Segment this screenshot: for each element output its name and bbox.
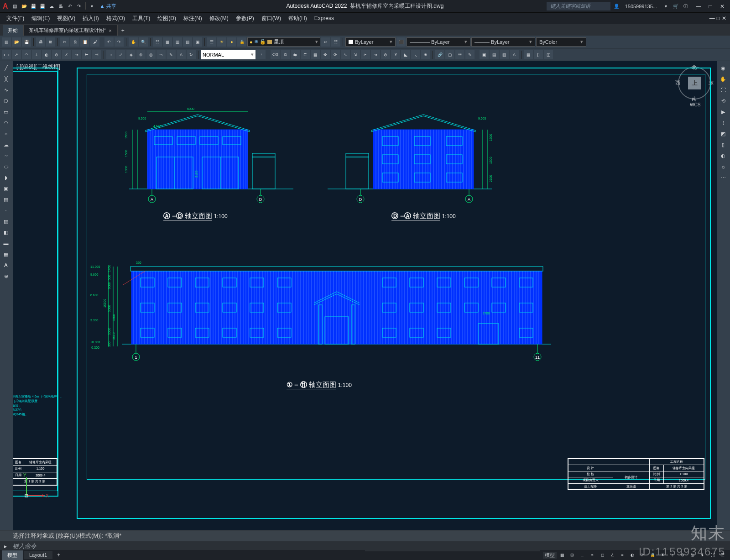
- command-line[interactable]: 选择注释对象或 [放弃(U)/模式(M)]: *取消* ▸ 键入命令: [0, 530, 730, 550]
- nav-ucs-icon[interactable]: ⊹: [718, 118, 728, 128]
- mod-trim-icon[interactable]: ✂: [361, 50, 370, 59]
- draw-point-icon[interactable]: ·: [1, 205, 11, 215]
- tool-save-icon[interactable]: 💾: [22, 37, 31, 47]
- dim-aligned-icon[interactable]: ↗: [12, 50, 21, 59]
- draw-insert-icon[interactable]: ▣: [1, 183, 11, 194]
- nav-zoomext-icon[interactable]: ⛶: [718, 85, 728, 95]
- mod-mirror-icon[interactable]: ⇋: [291, 50, 300, 59]
- menu-help[interactable]: 帮助(H): [286, 14, 310, 23]
- dim-diameter-icon[interactable]: ⊘: [52, 50, 61, 59]
- layer-on-icon[interactable]: ●: [227, 37, 236, 47]
- mod-rotate-icon[interactable]: ⟳: [331, 50, 340, 59]
- ucs-icon[interactable]: XY: [22, 473, 49, 502]
- tool-sheetset-icon[interactable]: ▦: [163, 37, 172, 47]
- status-transparency-icon[interactable]: ◐: [628, 551, 637, 559]
- qat-save-icon[interactable]: 💾: [29, 2, 37, 10]
- draw-region-icon[interactable]: ▬: [1, 238, 11, 248]
- dim-center-icon[interactable]: ⊕: [136, 50, 146, 59]
- maximize-button[interactable]: □: [705, 3, 715, 10]
- dim-jog-icon[interactable]: ⤙: [156, 50, 166, 59]
- color-dropdown[interactable]: ByLayer▾: [345, 37, 396, 47]
- menu-tools[interactable]: 工具(T): [130, 14, 153, 23]
- status-polar-icon[interactable]: ✶: [588, 551, 597, 559]
- plotstyle-dropdown[interactable]: ByColor▾: [536, 37, 586, 47]
- doc-restore-button[interactable]: □: [717, 15, 720, 21]
- menu-view[interactable]: 视图(V): [54, 14, 78, 23]
- tool-open-icon[interactable]: 📂: [12, 37, 21, 47]
- menu-draw[interactable]: 绘图(D): [155, 14, 179, 23]
- layer-freeze-icon[interactable]: ☀: [217, 37, 226, 47]
- draw-hatch-icon[interactable]: ▨: [1, 216, 11, 226]
- menu-edit[interactable]: 编辑(E): [29, 14, 52, 23]
- dim-quick-icon[interactable]: ⇥: [72, 50, 81, 59]
- draw-revcloud-icon[interactable]: ☁: [1, 140, 11, 150]
- menu-window[interactable]: 窗口(W): [259, 14, 284, 23]
- block-attdef-icon[interactable]: A: [510, 50, 519, 59]
- dim-update-icon[interactable]: ↻: [187, 50, 196, 59]
- dim-edit-icon[interactable]: ✎: [167, 50, 176, 59]
- tool-copy-icon[interactable]: ⎘: [70, 37, 79, 47]
- share-button[interactable]: ▲ 共享: [100, 3, 116, 10]
- draw-block-icon[interactable]: ▤: [1, 194, 11, 204]
- mod-offset-icon[interactable]: ⊏: [301, 50, 310, 59]
- mod-chamfer-icon[interactable]: ◣: [401, 50, 410, 59]
- status-ortho-icon[interactable]: ∟: [578, 551, 587, 559]
- draw-gradient-icon[interactable]: ◧: [1, 227, 11, 237]
- draw-polygon-icon[interactable]: ⬡: [1, 96, 11, 106]
- layer-states-icon[interactable]: ☷: [331, 37, 340, 47]
- qat-redo-icon[interactable]: ↷: [75, 2, 83, 10]
- field-icon[interactable]: {}: [534, 50, 543, 59]
- mod-copy-icon[interactable]: ⧉: [281, 50, 290, 59]
- draw-circle-icon[interactable]: ○: [1, 129, 11, 139]
- tool-plot-icon[interactable]: 🖶: [36, 37, 45, 47]
- dim-angular-icon[interactable]: ∠: [62, 50, 71, 59]
- qat-web-icon[interactable]: ☁: [47, 2, 56, 10]
- appstore-icon[interactable]: ▾: [662, 2, 670, 10]
- nav-visual-icon[interactable]: ◐: [718, 151, 728, 161]
- tool-dc-icon[interactable]: ▤: [183, 37, 192, 47]
- tab-add-button[interactable]: +: [118, 26, 128, 36]
- nav-render-icon[interactable]: ☼: [718, 162, 728, 172]
- mod-fillet-icon[interactable]: ◟: [411, 50, 420, 59]
- nav-wheel-icon[interactable]: ◉: [718, 63, 728, 73]
- status-otrack-icon[interactable]: ∠: [608, 551, 617, 559]
- tab-model[interactable]: 模型: [2, 550, 23, 560]
- draw-xline-icon[interactable]: ╳: [1, 74, 11, 84]
- nav-section-icon[interactable]: ▯: [718, 140, 728, 150]
- tool-toolpal-icon[interactable]: ▥: [173, 37, 182, 47]
- draw-mtext-icon[interactable]: A: [1, 260, 11, 270]
- mod-erase-icon[interactable]: ⌫: [271, 50, 280, 59]
- draw-ellipse-icon[interactable]: ⬭: [1, 162, 11, 172]
- dim-baseline-icon[interactable]: ⊢: [82, 50, 91, 59]
- status-osnap-icon[interactable]: ◻: [598, 551, 607, 559]
- textstyle-dropdown[interactable]: NORMAL▾: [201, 50, 256, 59]
- qat-saveas-icon[interactable]: 💾: [38, 2, 47, 10]
- dim-linear-icon[interactable]: ⟷: [2, 50, 11, 59]
- draw-rect-icon[interactable]: ▭: [1, 107, 11, 117]
- close-button[interactable]: ✕: [717, 3, 727, 10]
- draw-ellipsearc-icon[interactable]: ◗: [1, 173, 11, 183]
- ref-edit-icon[interactable]: ✎: [465, 50, 474, 59]
- color-more-icon[interactable]: ⬛: [396, 37, 406, 47]
- tool-preview-icon[interactable]: 🗎: [46, 37, 55, 47]
- tab-document[interactable]: 某机车辅修库室内采暖工程设计图* ×: [24, 25, 118, 36]
- dim-radius-icon[interactable]: ◐: [42, 50, 51, 59]
- doc-close-button[interactable]: ✕: [722, 15, 726, 21]
- mod-move-icon[interactable]: ✥: [321, 50, 330, 59]
- tool-match-icon[interactable]: 🖌: [90, 37, 99, 47]
- ref-attach-icon[interactable]: 🔗: [435, 50, 444, 59]
- draw-line-icon[interactable]: ╱: [1, 63, 11, 73]
- status-snap-icon[interactable]: ⊞: [568, 551, 577, 559]
- draw-pline-icon[interactable]: ∿: [1, 85, 11, 95]
- tab-layout-add[interactable]: +: [53, 550, 64, 560]
- menu-modify[interactable]: 修改(M): [207, 14, 231, 23]
- mod-array-icon[interactable]: ▦: [311, 50, 320, 59]
- layer-dropdown[interactable]: ●❄🔓 屋顶 ▾: [247, 37, 320, 47]
- mod-join-icon[interactable]: ⊻: [391, 50, 400, 59]
- tab-layout1[interactable]: Layout1: [24, 551, 52, 559]
- tool-properties-icon[interactable]: ☷: [153, 37, 162, 47]
- dim-space-icon[interactable]: ↔: [106, 50, 115, 59]
- cart-icon[interactable]: 🛒: [672, 2, 680, 10]
- command-input[interactable]: 键入命令: [11, 542, 36, 550]
- tool-pan-icon[interactable]: ✋: [129, 37, 138, 47]
